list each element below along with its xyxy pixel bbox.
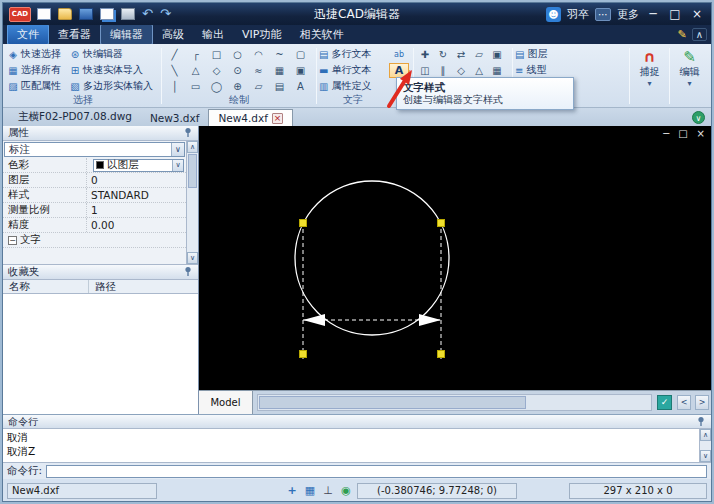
scroll-down-icon[interactable]: ∨ [187,252,198,264]
menu-vip[interactable]: VIP功能 [233,25,290,44]
favorites-column-name[interactable]: 名称 [3,280,89,293]
select-all-button[interactable]: ▦选择所有 [7,63,69,77]
doc-minimize-icon[interactable]: ─ [663,128,669,139]
draw-tool-icon[interactable]: ▭ [185,78,206,94]
modify-tool-icon[interactable]: ▱ [470,46,488,62]
modify-tool-icon[interactable]: △ [470,62,488,78]
favorites-column-path[interactable]: 路径 [89,280,198,293]
chevron-down-icon[interactable]: ∨ [172,160,183,171]
draw-tool-icon[interactable]: ▦ [269,62,290,78]
draw-tool-icon[interactable]: □ [206,46,227,62]
multiline-text-button[interactable]: ▤多行文本 [319,46,387,62]
draw-tool-icon[interactable]: ◯ [206,78,227,94]
tab-close-icon[interactable]: × [272,113,283,124]
menu-editor[interactable]: 编辑器 [100,24,153,45]
drawing-viewport[interactable] [199,126,710,389]
draw-tool-icon[interactable]: │ [164,78,185,94]
properties-scrollbar[interactable]: ∧ ∨ [186,141,198,264]
draw-tool-icon[interactable]: ⊕ [227,78,248,94]
singleline-text-button[interactable]: ▬单行文本 [319,62,387,78]
modify-tool-icon[interactable]: ✚ [416,46,434,62]
layer-button[interactable]: ▤图层 [515,46,579,62]
new-file-icon[interactable] [37,8,51,20]
modify-tool-icon[interactable]: ◫ [416,62,434,78]
draw-tool-icon[interactable]: ~ [269,46,290,62]
draw-tool-icon[interactable]: ╱ [164,46,185,62]
user-name[interactable]: 羽卒 [567,7,589,22]
drawing-canvas[interactable]: ─ □ × [199,126,711,414]
undo-icon[interactable]: ↶ [142,8,153,20]
collapse-ribbon-icon[interactable]: ∧ [692,28,707,41]
modify-tool-icon[interactable]: ▣ [488,46,506,62]
draw-tool-icon[interactable]: ▣ [290,62,311,78]
grip-handle[interactable] [438,351,445,358]
match-properties-button[interactable]: ▨匹配属性 [7,79,69,93]
draw-tool-icon[interactable]: ⊙ [227,62,248,78]
more-button[interactable]: 更多 [617,7,639,22]
open-file-icon[interactable] [58,8,72,20]
pen-icon[interactable]: ✎ [677,28,686,41]
draw-tool-icon[interactable]: ▱ [248,78,269,94]
grip-handle[interactable] [438,220,445,227]
chevron-down-icon[interactable]: ∨ [171,143,184,156]
text-style-button[interactable]: A ⁄ [389,63,409,78]
command-scrollbar[interactable]: ∧ ∨ [699,429,711,462]
text-align-icon[interactable]: ab [394,50,404,59]
doc-close-icon[interactable]: × [697,128,705,139]
polygon-entity-input-button[interactable]: ▧多边形实体输入 [69,79,157,93]
scroll-right-icon[interactable]: > [695,395,709,410]
more-menu-icon[interactable]: ⋯ [595,8,611,21]
color-select[interactable]: 以图层 ∨ [93,159,184,172]
draw-tool-icon[interactable]: ┌ [185,46,206,62]
app-logo-icon[interactable]: CAD [9,7,31,22]
draw-tool-icon[interactable]: ○ [227,46,248,62]
pin-icon[interactable] [697,416,706,428]
section-collapse-icon[interactable]: − [8,236,17,245]
draw-tool-icon[interactable]: ╲ [164,62,185,78]
doc-tab-active[interactable]: New4.dxf × [208,109,293,126]
property-section-text[interactable]: − 文字 [3,233,186,248]
menu-file[interactable]: 文件 [7,24,49,45]
draw-tool-icon[interactable]: ◇ [206,62,227,78]
menu-output[interactable]: 输出 [193,25,233,44]
menu-advanced[interactable]: 高级 [153,25,193,44]
scroll-down-icon[interactable]: ∨ [700,450,711,462]
draw-tool-icon[interactable]: A [290,78,311,94]
fit-view-icon[interactable]: ✓ [657,395,672,410]
scroll-left-icon[interactable]: < [677,395,691,410]
linetype-button[interactable]: ≡线型 [515,62,579,78]
quick-entity-import-button[interactable]: ⊞快速实体导入 [69,63,157,77]
doc-tab-1[interactable]: 主横F02-PD07.08.dwg [9,108,141,126]
drawing-circle[interactable] [295,181,449,335]
command-input[interactable] [46,465,707,478]
doc-tab-2[interactable]: New3.dxf [141,110,209,126]
doc-restore-icon[interactable]: □ [678,128,687,139]
category-select[interactable]: 标注 ∨ [4,142,185,157]
draw-tool-icon[interactable]: ≈ [248,62,269,78]
pin-icon[interactable] [184,266,193,278]
model-tab[interactable]: Model [199,391,253,414]
pin-icon[interactable] [184,127,193,139]
attribute-define-button[interactable]: ▥属性定义 [319,78,387,94]
save-as-icon[interactable] [100,8,114,20]
quick-select-button[interactable]: ◈快速选择 [7,47,69,61]
minimize-button[interactable]: ─ [645,7,661,21]
scrollbar-thumb[interactable] [259,396,526,409]
grip-handle[interactable] [300,220,307,227]
modify-tool-icon[interactable]: ▦ [488,62,506,78]
save-icon[interactable] [79,8,93,20]
menu-viewer[interactable]: 查看器 [49,25,100,44]
draw-tool-icon[interactable]: △ [185,62,206,78]
menu-related[interactable]: 相关软件 [290,25,352,44]
close-button[interactable]: × [689,7,705,21]
modify-tool-icon[interactable]: ⇄ [452,46,470,62]
print-icon[interactable] [121,8,135,20]
scrollbar-thumb[interactable] [188,154,197,188]
modify-tool-icon[interactable]: ↻ [434,46,452,62]
horizontal-scrollbar[interactable] [257,394,652,411]
draw-tool-icon[interactable]: ▢ [290,46,311,62]
draw-tool-icon[interactable]: ▤ [269,78,290,94]
edit-button[interactable]: ✎ 编辑 ▾ [672,46,707,106]
grip-handle[interactable] [300,351,307,358]
favorites-list[interactable] [3,294,198,414]
